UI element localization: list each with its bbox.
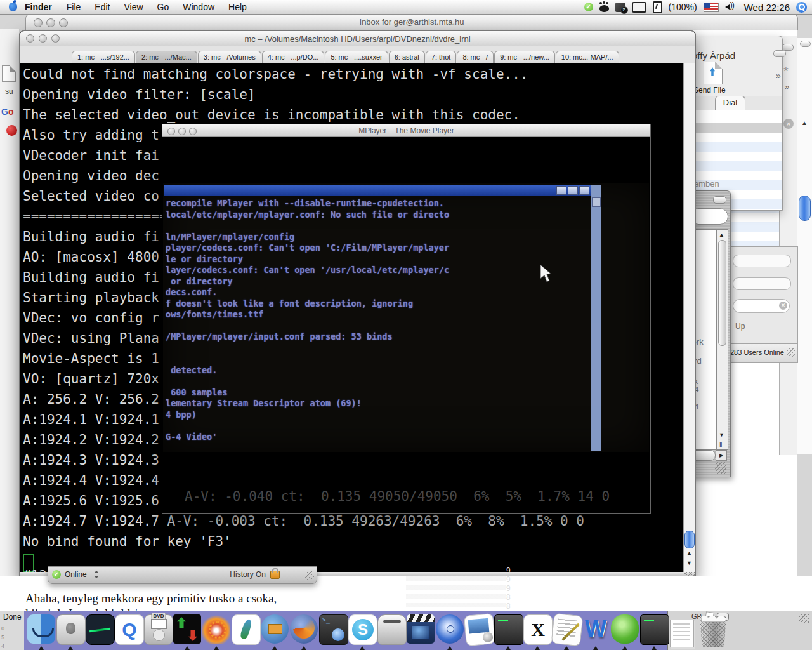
terminal-line: Opening video filter: [scale] xyxy=(23,86,683,107)
running-indicator xyxy=(622,646,627,650)
iphoto-icon[interactable] xyxy=(464,613,494,650)
metal-scrollbar[interactable]: ▲ ▼ Ⅱ xyxy=(716,229,728,450)
terminal-line: Could not find matching colorspace - ret… xyxy=(23,66,683,86)
scrollbar-thumb[interactable] xyxy=(718,240,726,346)
spiral-app-icon[interactable] xyxy=(202,613,231,650)
menu-item[interactable]: Go xyxy=(150,2,176,12)
clear-icon[interactable]: ✕ xyxy=(779,302,787,310)
send-file-icon[interactable] xyxy=(704,62,723,84)
scroll-down-icon[interactable]: ▼ xyxy=(719,432,724,438)
skype-icon[interactable]: S xyxy=(348,613,377,650)
skype-status-icon[interactable]: ✓ xyxy=(584,3,593,11)
terminal-tab[interactable]: 10: mc...-MAP/... xyxy=(556,51,619,63)
minimize-pill-icon[interactable] xyxy=(800,41,811,47)
scrollbar-thumb[interactable] xyxy=(684,531,695,548)
paw-icon[interactable] xyxy=(599,5,609,12)
send-file-button[interactable]: Send File xyxy=(693,86,726,95)
dvd-player-icon[interactable] xyxy=(435,613,464,650)
menu-item[interactable]: Window xyxy=(176,2,221,12)
online-status-icon[interactable]: ✓ xyxy=(52,570,61,579)
terminal-titlebar[interactable]: mc – /Volumes/Macintosh HD/Users/arpi/DV… xyxy=(20,31,695,47)
resize-grip[interactable] xyxy=(715,462,726,474)
terminal-tab[interactable]: 1: mc - ...s/192... xyxy=(72,51,135,63)
video-console-line: 600 samples xyxy=(166,387,587,399)
terminal-tab[interactable]: 5: mc - ....suxxer xyxy=(325,51,388,63)
battery-level[interactable]: (100%) xyxy=(669,2,697,12)
document-stack-icon[interactable] xyxy=(670,620,694,647)
menu-item[interactable]: File xyxy=(60,2,88,12)
menu-item[interactable]: Help xyxy=(221,2,254,12)
menu-clock[interactable]: Wed 22:26 xyxy=(744,2,790,13)
tab-dial[interactable]: Dial xyxy=(715,96,745,110)
activity-monitor-icon[interactable] xyxy=(85,613,114,650)
resize-grip[interactable] xyxy=(799,614,809,623)
spotlight-icon[interactable] xyxy=(796,2,807,13)
online-status-label[interactable]: Online xyxy=(65,570,87,579)
dvd-ipod-icon[interactable]: DVD xyxy=(143,613,173,650)
file-transfer-icon[interactable] xyxy=(173,613,202,650)
movie-clapper-icon[interactable] xyxy=(406,613,435,650)
scroll-up-icon[interactable]: ▲ xyxy=(719,232,724,238)
video-frame[interactable]: recompile MPlayer with --disable-runtime… xyxy=(163,183,649,452)
scroll-up-icon[interactable]: ▲ xyxy=(686,550,692,556)
finder-icon[interactable] xyxy=(27,613,56,650)
video-window-button xyxy=(579,186,589,195)
sync-icon[interactable] xyxy=(653,1,662,13)
scroll-right-icon[interactable]: ▶ xyxy=(716,450,727,461)
resize-grip[interactable] xyxy=(787,348,796,357)
video-console-line: ln/MPlayer/mplayer/config xyxy=(166,232,587,243)
app-badge-icon[interactable]: 2 xyxy=(615,3,625,12)
menu-item[interactable]: View xyxy=(117,2,150,12)
menu-item[interactable]: Edit xyxy=(88,2,117,12)
video-window-button xyxy=(556,186,566,195)
minimize-pill-icon[interactable] xyxy=(773,50,786,57)
terminal-scrollbar[interactable]: ▲ ▼ xyxy=(683,63,695,572)
toast-icon[interactable] xyxy=(377,613,406,650)
text-document-icon[interactable] xyxy=(552,613,581,650)
feather-app-icon[interactable] xyxy=(231,613,260,650)
terminal-tab[interactable]: 2: mc - .../Mac... xyxy=(136,51,197,63)
quicktime-icon[interactable]: Q xyxy=(114,613,143,650)
app-menu-finder[interactable]: Finder xyxy=(17,2,60,12)
terminal2-icon[interactable] xyxy=(639,613,669,650)
trash-icon[interactable] xyxy=(698,616,728,647)
terminal-tab[interactable]: 8: mc - / xyxy=(457,51,494,63)
terminal-tab[interactable]: 3: mc - /Volumes xyxy=(198,51,261,63)
resize-grip[interactable] xyxy=(305,571,314,580)
close-badge-icon[interactable]: × xyxy=(783,119,794,129)
search-input[interactable] xyxy=(690,208,728,225)
input-field[interactable] xyxy=(733,255,791,267)
status-dropdown-icon[interactable] xyxy=(94,570,99,579)
scroll-down-icon[interactable]: ▼ xyxy=(686,560,692,566)
terminal-icon[interactable] xyxy=(494,613,523,650)
thunderbird-icon[interactable] xyxy=(260,613,289,650)
terminal-tab[interactable]: 7: thot xyxy=(426,51,457,63)
scrollbar-thumb[interactable] xyxy=(799,196,811,221)
video-console-line: G-4 Video' xyxy=(166,432,587,443)
video-console-line xyxy=(166,354,587,365)
mplayer-titlebar[interactable]: MPlayer – The Movie Player xyxy=(162,124,650,137)
display-icon[interactable] xyxy=(632,2,646,13)
terminal-tab[interactable]: 4: mc - ...p/DO... xyxy=(262,51,325,63)
terminal-tab[interactable]: 6: astral xyxy=(389,51,425,63)
video-console-line: ows/fonts/times.ttf xyxy=(166,309,587,321)
apple-menu-icon[interactable] xyxy=(9,3,17,11)
toolbar-overflow-icon[interactable]: » xyxy=(785,82,789,91)
toolbar-overflow-icon[interactable]: » xyxy=(776,70,781,81)
mail-window-titlebar[interactable]: Inbox for ger@arthist.mta.hu xyxy=(25,14,798,30)
word-icon[interactable]: W xyxy=(581,613,610,650)
terminal-tab[interactable]: 9: mc - .../new... xyxy=(494,51,555,63)
green-app-icon[interactable] xyxy=(610,613,639,650)
search-field[interactable]: ✕ xyxy=(733,299,790,313)
input-field[interactable] xyxy=(733,277,791,290)
minimize-pill-icon[interactable] xyxy=(713,196,726,204)
mail-scrollbar[interactable]: ▲ xyxy=(797,38,812,454)
system-preferences-icon[interactable] xyxy=(56,613,85,650)
video-scroll-box xyxy=(592,197,601,207)
x11-icon[interactable]: X xyxy=(523,613,552,650)
volume-icon[interactable] xyxy=(725,3,738,11)
us-flag-icon[interactable] xyxy=(704,3,719,12)
scroll-up-icon[interactable]: ▲ xyxy=(801,119,808,126)
remote-desktop-icon[interactable] xyxy=(318,613,348,650)
firefox-icon[interactable] xyxy=(289,613,318,650)
